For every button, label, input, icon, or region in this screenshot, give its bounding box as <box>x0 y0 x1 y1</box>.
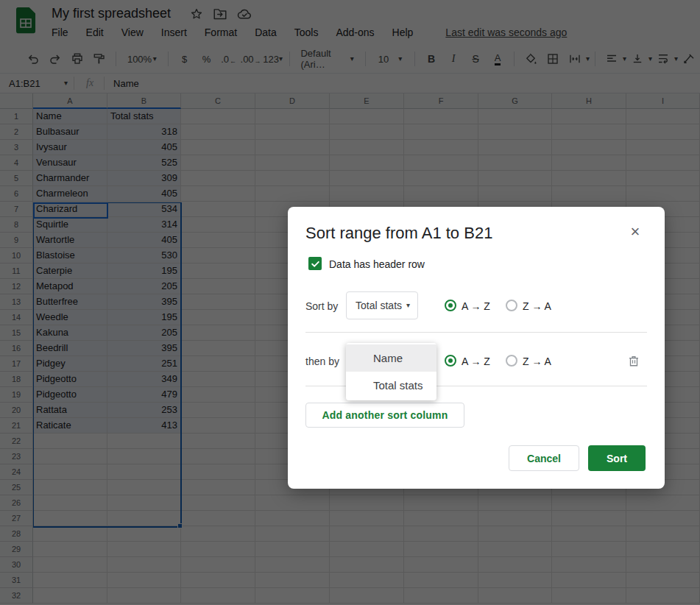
dropdown-option-total-stats[interactable]: Total stats <box>346 372 436 399</box>
then-by-desc-radio[interactable] <box>506 355 517 367</box>
cancel-button[interactable]: Cancel <box>509 445 579 471</box>
dialog-divider <box>305 332 647 333</box>
then-by-asc-radio[interactable] <box>445 355 456 367</box>
dropdown-option-name[interactable]: Name <box>346 344 436 372</box>
sort-by-desc-radio[interactable] <box>506 300 517 311</box>
header-row-checkbox[interactable] <box>308 257 322 270</box>
google-sheets-app: My first spreadsheet FileEditViewInsertF… <box>0 0 700 605</box>
header-row-checkbox-label[interactable]: Data has header row <box>329 258 425 270</box>
then-by-asc-label[interactable]: A → Z <box>462 355 490 367</box>
close-icon[interactable]: × <box>625 222 646 242</box>
add-sort-column-button[interactable]: Add another sort column <box>305 403 464 428</box>
then-by-column-dropdown: NameTotal stats <box>346 343 436 400</box>
dialog-title: Sort range from A1 to B21 <box>305 224 492 243</box>
sort-by-asc-label[interactable]: A → Z <box>462 300 490 312</box>
then-by-desc-label[interactable]: Z → A <box>523 355 551 367</box>
delete-sort-column-icon[interactable] <box>627 354 640 367</box>
then-by-label: then by <box>305 355 339 367</box>
chevron-down-icon: ▾ <box>406 302 410 309</box>
sort-by-column-select[interactable]: Total stats▾ <box>346 291 418 319</box>
sort-range-dialog: Sort range from A1 to B21 × Data has hea… <box>288 207 665 489</box>
sort-by-label: Sort by <box>305 300 338 312</box>
sort-button[interactable]: Sort <box>588 445 646 471</box>
sort-by-desc-label[interactable]: Z → A <box>523 300 551 312</box>
sort-by-asc-radio[interactable] <box>445 300 456 311</box>
